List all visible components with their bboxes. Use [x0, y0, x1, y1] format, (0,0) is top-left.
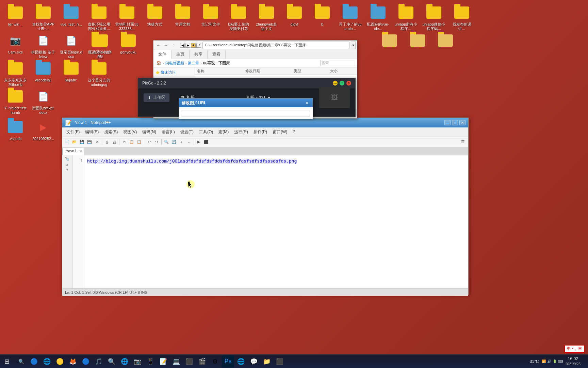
menu-tools[interactable]: 工具(O)	[196, 128, 216, 136]
show-desktop-button[interactable]	[583, 356, 585, 367]
menu-window[interactable]: 窗口(W)	[270, 128, 290, 136]
url-input-field[interactable]	[182, 110, 310, 117]
picgo-minimize-button[interactable]: —	[333, 81, 338, 86]
ime-indicator[interactable]: 中・、三	[564, 345, 585, 353]
forward-button[interactable]: →	[163, 42, 169, 49]
toolbar-new[interactable]: 📄	[64, 139, 70, 145]
taskbar-notepad[interactable]: 📝	[157, 355, 169, 368]
desktop-icon-djdyf[interactable]: djdyf	[281, 3, 308, 33]
taskbar-network[interactable]: 🌐	[235, 355, 247, 368]
notepad-tab-new1[interactable]: *new 1 ✕	[62, 148, 84, 155]
picgo-upload-button[interactable]: ⬆ 上传区	[144, 93, 169, 102]
breadcrumb-flash[interactable]: 闪电修视频	[165, 61, 184, 66]
desktop-icon-admingog[interactable]: 这个是分安的admingog	[85, 59, 113, 89]
desktop-icon-b[interactable]: b	[309, 3, 336, 33]
menu-run[interactable]: 运行(R)	[231, 128, 251, 136]
desktop-icon-extra1[interactable]	[376, 31, 403, 52]
menu-edit[interactable]: 编辑(E)	[82, 128, 101, 136]
input-icon[interactable]: ⌨	[558, 359, 563, 363]
taskbar-firefox[interactable]: 🦊	[67, 355, 79, 368]
toolbar-save-all[interactable]: 💾	[86, 139, 93, 145]
toolbar-print-now[interactable]: 🖨	[111, 139, 118, 145]
desktop-icon-yproject[interactable]: Y Project firsthumb	[2, 87, 29, 117]
toolbar-zoom-out[interactable]: -	[185, 139, 192, 145]
taskbar-terminal[interactable]: ⬛	[274, 355, 286, 368]
breadcrumb-chapter[interactable]: 第二章	[188, 61, 199, 66]
tab-home[interactable]: 主页	[172, 50, 190, 59]
taskbar-ps[interactable]: Ps	[222, 355, 234, 368]
desktop-icon-vscode2[interactable]: .vscode	[2, 117, 29, 143]
tab-view[interactable]: 查看	[208, 50, 226, 59]
toolbar-run[interactable]: ▶	[195, 139, 202, 145]
dialog-close-button[interactable]: ×	[304, 100, 310, 106]
desktop-icon-notes[interactable]: 笔记和文件	[197, 3, 224, 33]
left-panel-nav2[interactable]: ▼	[66, 168, 69, 171]
nav-forward-small[interactable]: ▶	[185, 43, 190, 48]
taskbar-chrome2[interactable]: 🟡	[54, 355, 66, 368]
taskbar-search2[interactable]: 🔍	[105, 355, 118, 368]
battery-icon[interactable]: 🔋	[553, 359, 557, 363]
desktop-icon-shortcuts[interactable]: 快捷方式	[141, 3, 168, 33]
breadcrumb-current[interactable]: 06再说一下图床	[203, 61, 230, 66]
taskbar-video[interactable]: 🎬	[196, 355, 208, 368]
taskbar-music[interactable]: 🎵	[93, 355, 105, 368]
menu-view[interactable]: 视图(V)	[120, 128, 140, 136]
menu-search[interactable]: 搜索(S)	[101, 128, 120, 136]
toolbar-save[interactable]: 💾	[79, 139, 85, 145]
network-icon[interactable]: 📶	[542, 359, 546, 363]
taskbar-app-icon[interactable]: 📱	[144, 355, 157, 368]
notepad-editor[interactable]: http://blog.img.duanshuilu.com/j00lasdfd…	[84, 155, 468, 288]
address-dropdown[interactable]: ▼	[351, 42, 356, 49]
explorer-address-bar[interactable]: C:\Users\lenovo\Desktop\闪电修视频\第二章\06再说一下…	[202, 42, 349, 49]
nav-recent[interactable]: ★	[191, 43, 196, 48]
explorer-search[interactable]: 搜索	[320, 60, 354, 66]
toolbar-zoom-in[interactable]: +	[178, 139, 185, 145]
desktop-icon-gonyouku2[interactable]: gonyouku	[115, 31, 142, 61]
toolbar-cut[interactable]: ✂	[121, 139, 128, 145]
desktop-icon-video[interactable]: ▶ 202109252...	[30, 117, 57, 143]
taskbar-code[interactable]: 💻	[170, 355, 182, 368]
tab-share[interactable]: 共享	[190, 50, 208, 59]
taskbar-start-button[interactable]: ⊞	[0, 355, 14, 368]
picgo-maximize-button[interactable]: □	[340, 81, 344, 86]
nav-refresh[interactable]: ↺	[196, 43, 201, 48]
toolbar-copy[interactable]: 📋	[128, 139, 135, 145]
taskbar-edge[interactable]: 🔵	[28, 355, 40, 368]
speaker-icon[interactable]: 🔊	[547, 359, 551, 363]
taskbar-cmd[interactable]: ⬛	[183, 355, 195, 368]
taskbar-ide[interactable]: ⚙	[209, 355, 221, 368]
toolbar-print[interactable]: 🖨	[103, 139, 110, 145]
taskbar-chrome1[interactable]: 🌐	[41, 355, 53, 368]
menu-macro[interactable]: 宏(M)	[216, 128, 231, 136]
desktop-icon-xintuan[interactable]: 📄 新团队zwlxpf.docx	[30, 87, 57, 117]
taskbar-folder[interactable]: 📁	[261, 355, 273, 368]
desktop-icon-bilibili[interactable]: B站要上传的视频支付等	[225, 3, 252, 33]
menu-file[interactable]: 文件(F)	[64, 128, 82, 136]
taskbar-chrome3[interactable]: 🌐	[118, 355, 131, 368]
desktop-icon-vue-ele1[interactable]: 弄干净了的vue-ele...	[337, 3, 364, 33]
toolbar-find[interactable]: 🔍	[163, 139, 170, 145]
desktop-icon-extra2[interactable]	[404, 31, 431, 52]
desktop-icon-common-docs[interactable]: 常用文档	[169, 3, 196, 33]
notepad-minimize-button[interactable]: —	[444, 120, 451, 125]
menu-settings[interactable]: 设置(T)	[178, 128, 196, 136]
toolbar-stop[interactable]: ⬛	[203, 139, 210, 145]
taskbar-photos[interactable]: 📷	[131, 355, 144, 368]
picgo-close-button[interactable]: ×	[346, 81, 351, 86]
toolbar-paste[interactable]: 📋	[136, 139, 143, 145]
taskbar-search[interactable]: 🔍	[15, 355, 27, 368]
toolbar-open[interactable]: 📂	[71, 139, 78, 145]
sidebar-quick-access[interactable]: ⭐ 快速访问	[155, 69, 193, 76]
menu-encode[interactable]: 编码(N)	[140, 128, 159, 136]
toolbar-right-extra[interactable]: ≡	[459, 139, 467, 145]
tab-close-icon[interactable]: ✕	[80, 149, 82, 153]
menu-lang[interactable]: 语言(L)	[159, 128, 178, 136]
notepad-close-button[interactable]: ✕	[459, 120, 466, 125]
up-button[interactable]: ↑	[170, 42, 177, 49]
back-button[interactable]: ←	[155, 42, 162, 49]
toolbar-redo[interactable]: ↪	[153, 139, 160, 145]
menu-plugin[interactable]: 插件(P)	[251, 128, 270, 136]
desktop-icon-zhengweb[interactable]: zhengweb赴途中文	[253, 3, 280, 33]
toolbar-replace[interactable]: 🔄	[170, 139, 177, 145]
toolbar-undo[interactable]: ↩	[146, 139, 152, 145]
